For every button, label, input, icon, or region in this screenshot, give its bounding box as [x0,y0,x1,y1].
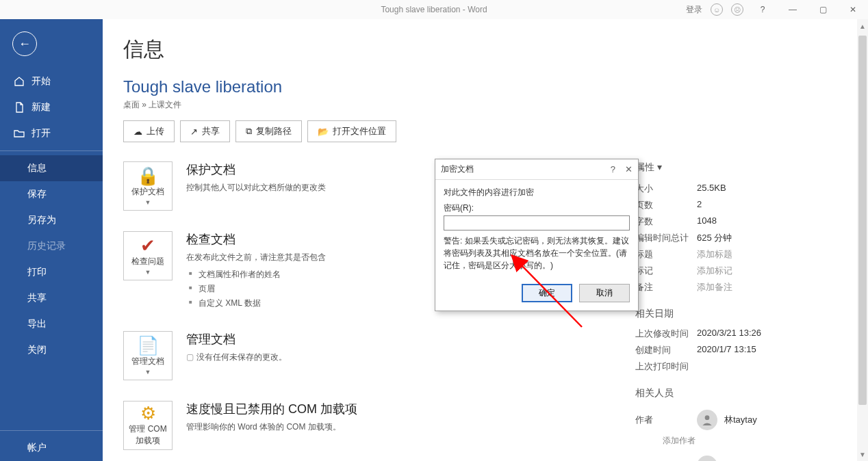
help-icon[interactable]: ? [752,1,774,18]
password-label: 密码(R): [444,202,630,214]
maximize-icon[interactable]: ▢ [812,1,834,18]
dialog-prompt: 对此文件的内容进行加密 [444,187,630,198]
sidebar-item-label: 共享 [27,292,47,304]
prop-row: 创建时间2020/1/7 13:15 [635,342,841,358]
chevron-down-icon: ▼ [145,369,151,376]
face-sad-icon[interactable]: ☹ [731,3,743,16]
author-entry[interactable]: 林taytay [697,407,757,433]
sidebar-item-open[interactable]: 打开 [0,120,103,146]
button-label: 共享 [202,125,220,137]
lastmod-entry[interactable]: 林taytay [697,453,757,461]
sidebar-item-new[interactable]: 新建 [0,94,103,120]
prop-row: 上次打印时间 [635,358,841,375]
sidebar-item-label: 帐户 [27,442,47,454]
share-icon: ↗ [190,127,198,137]
upload-button[interactable]: ☁上传 [123,120,175,142]
content-area: ▲ ▼ 信息 Tough slave liberation 桌面 » 上课文件 … [103,19,868,461]
sidebar-item-label: 开始 [31,75,51,88]
login-label[interactable]: 登录 [686,4,702,16]
sidebar-item-label: 关闭 [27,344,47,356]
prop-row: 字数1048 [635,213,841,230]
sidebar-item-label: 导出 [27,318,47,330]
scrollbar-track[interactable]: ▲ ▼ [857,19,868,461]
scrollbar-thumb[interactable] [858,36,867,405]
inspect-doc-button[interactable]: ✔ 检查问题 ▼ [123,231,173,280]
big-btn-label: 保护文档 [131,186,164,198]
dialog-warning: 警告: 如果丢失或忘记密码，则无法将其恢复。建议将密码列表及其相应文档名放在一个… [444,235,630,272]
author-name: 林taytay [724,414,757,426]
sidebar-item-saveas[interactable]: 另存为 [0,207,103,233]
sidebar-item-label: 信息 [27,162,47,174]
protect-doc-button[interactable]: 🔒 保护文档 ▼ [123,161,173,211]
sidebar-item-home[interactable]: 开始 [0,68,103,94]
sidebar-item-save[interactable]: 保存 [0,181,103,207]
sidebar-item-info[interactable]: 信息 [0,155,103,181]
button-label: 上传 [146,125,164,137]
face-smile-icon[interactable]: ☺ [711,3,723,16]
sidebar-item-share[interactable]: 共享 [0,285,103,311]
dialog-close-icon[interactable]: ✕ [625,164,633,174]
section-title: 速度慢且已禁用的 COM 加载项 [186,401,357,417]
page-title: 信息 [123,36,841,64]
page-icon: ▢ [186,352,194,362]
manage-com-button[interactable]: ⚙ 管理 COM 加载项 [123,401,173,450]
lock-icon: 🔒 [137,167,159,185]
prop-row: 上次修改者 林taytay [635,451,841,461]
file-icon [14,102,25,113]
link-icon: ⧉ [246,126,252,137]
breadcrumb: 桌面 » 上课文件 [123,99,841,111]
avatar-icon [697,456,717,461]
svg-point-0 [705,415,710,420]
copy-path-button[interactable]: ⧉复制路径 [235,120,302,142]
folder-icon [14,128,25,139]
share-button[interactable]: ↗共享 [180,120,230,142]
cancel-button[interactable]: 取消 [579,284,630,302]
add-author-link[interactable]: 添加作者 [635,435,841,447]
big-btn-label: 管理 COM 加载项 [127,423,169,447]
window-title: Tough slave liberation - Word [381,5,487,14]
prop-row: 作者 林taytay [635,405,841,435]
close-icon[interactable]: ✕ [842,1,864,18]
sidebar-item-label: 打印 [27,266,47,278]
encrypt-dialog: 加密文档 ? ✕ 对此文件的内容进行加密 密码(R): 警告: 如果丢失或忘记密… [435,159,639,311]
minimize-icon[interactable]: — [782,1,804,18]
dialog-help-icon[interactable]: ? [611,164,615,174]
related-people-head: 相关人员 [635,387,841,399]
sidebar-item-account[interactable]: 帐户 [0,435,103,461]
back-button[interactable]: ← [12,31,37,56]
inspect-item: 文档属性和作者的姓名 [189,267,326,282]
prop-row: 备注添加备注 [635,279,841,295]
prop-row: 大小25.5KB [635,181,841,197]
ok-button[interactable]: 确定 [522,284,572,302]
sidebar-item-label: 打开 [31,127,51,140]
section-title: 管理文档 [186,331,287,347]
section-desc: ▢没有任何未保存的更改。 [186,352,287,363]
doc-title: Tough slave liberation [123,77,841,96]
dialog-title: 加密文档 [441,163,474,175]
section-title: 保护文档 [186,161,326,178]
scroll-down-icon[interactable]: ▼ [857,449,868,460]
prop-row: 编辑时间总计625 分钟 [635,230,841,246]
sidebar-item-history[interactable]: 历史记录 [0,233,103,259]
sidebar-item-label: 历史记录 [27,240,66,252]
manage-doc-button[interactable]: 📄 管理文档 ▼ [123,331,173,380]
section-title: 检查文档 [186,231,326,248]
inspect-item: 页眉 [189,282,326,296]
properties-dropdown[interactable]: 属性 ▾ [635,161,841,174]
related-dates-head: 相关日期 [635,308,841,320]
prop-row: 页数2 [635,197,841,213]
sidebar-item-export[interactable]: 导出 [0,311,103,337]
prop-row: 标记添加标记 [635,263,841,279]
password-input[interactable] [444,215,630,230]
open-location-button[interactable]: 📂打开文件位置 [307,120,396,142]
sidebar-item-label: 新建 [31,101,51,114]
sidebar-item-print[interactable]: 打印 [0,259,103,285]
sidebar-item-label: 另存为 [27,214,56,226]
section-desc: 在发布此文件之前，请注意其是否包含 [186,252,326,263]
scroll-up-icon[interactable]: ▲ [857,21,868,31]
prop-row: 标题添加标题 [635,246,841,263]
gear-list-icon: ⚙ [140,404,156,422]
prop-row: 上次修改时间2020/3/21 13:26 [635,326,841,342]
button-label: 打开文件位置 [333,125,386,137]
sidebar-item-close[interactable]: 关闭 [0,337,103,363]
